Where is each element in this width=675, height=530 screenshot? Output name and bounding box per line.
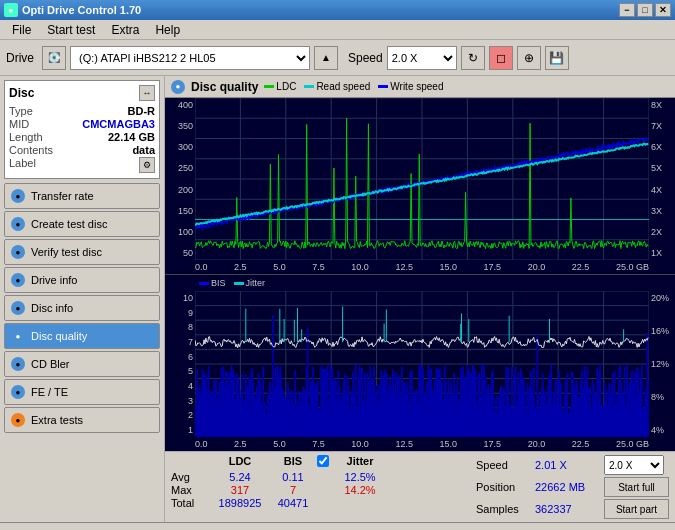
disc-info-icon: ● <box>11 301 25 315</box>
toolbar: Drive 💽 (Q:) ATAPI iHBS212 2 HL05 ▲ Spee… <box>0 40 675 76</box>
menu-start-test[interactable]: Start test <box>39 21 103 39</box>
y-top-r-6x: 6X <box>649 142 675 152</box>
stats-inner: LDC BIS Jitter Avg 5.24 0.11 12.5% <box>171 455 669 519</box>
x-bot-0: 0.0 <box>195 439 208 449</box>
x-top-50: 5.0 <box>273 262 286 272</box>
top-x-axis: 0.0 2.5 5.0 7.5 10.0 12.5 15.0 17.5 20.0… <box>165 260 675 274</box>
legend-write-speed: Write speed <box>378 81 443 92</box>
cd-bler-icon: ● <box>11 357 25 371</box>
y-top-400: 400 <box>178 100 195 110</box>
copy-button[interactable]: ⊕ <box>517 46 541 70</box>
bottom-x-labels: 0.0 2.5 5.0 7.5 10.0 12.5 15.0 17.5 20.0… <box>195 437 649 451</box>
fe-te-button[interactable]: ● FE / TE <box>4 379 160 405</box>
app-title: Opti Drive Control 1.70 <box>22 4 141 16</box>
extra-tests-icon: ● <box>11 413 25 427</box>
menu-file[interactable]: File <box>4 21 39 39</box>
save-button[interactable]: 💾 <box>545 46 569 70</box>
disc-label-row: Label ⚙ <box>9 157 155 173</box>
menu-extra[interactable]: Extra <box>103 21 147 39</box>
close-button[interactable]: ✕ <box>655 3 671 17</box>
bottom-chart-wrapper: 10 9 8 7 6 5 4 3 2 1 <box>165 291 675 437</box>
x-top-100: 10.0 <box>351 262 369 272</box>
jitter-legend-label: Jitter <box>246 278 266 288</box>
position-row: Position 22662 MB Start full <box>476 477 669 497</box>
refresh-button[interactable]: ↻ <box>461 46 485 70</box>
start-full-button[interactable]: Start full <box>604 477 669 497</box>
position-row-label: Position <box>476 481 531 493</box>
cd-bler-button[interactable]: ● CD Bler <box>4 351 160 377</box>
y-bot-r-4: 4% <box>649 425 675 435</box>
y-bot-7: 7 <box>188 337 195 347</box>
verify-test-disc-button[interactable]: ● Verify test disc <box>4 239 160 265</box>
bottom-chart-container: BIS Jitter 10 9 8 7 6 5 <box>165 275 675 451</box>
disc-length-row: Length 22.14 GB <box>9 131 155 143</box>
disc-info-button[interactable]: ● Disc info <box>4 295 160 321</box>
right-stats: Speed 2.01 X 2.0 X Position 22662 MB Sta… <box>476 455 669 519</box>
fe-te-icon: ● <box>11 385 25 399</box>
top-chart-container: 400 350 300 250 200 150 100 50 <box>165 98 675 275</box>
disc-mid-row: MID CMCMAGBA3 <box>9 118 155 130</box>
stats-max-bis: 7 <box>271 484 315 496</box>
create-test-disc-button[interactable]: ● Create test disc <box>4 211 160 237</box>
disc-info-icon[interactable]: ↔ <box>139 85 155 101</box>
y-bot-9: 9 <box>188 308 195 318</box>
bis-legend-item: BIS <box>199 278 226 288</box>
y-top-r-7x: 7X <box>649 121 675 131</box>
disc-contents-value: data <box>132 144 155 156</box>
x-top-75: 7.5 <box>312 262 325 272</box>
disc-length-value: 22.14 GB <box>108 131 155 143</box>
speed-select[interactable]: 2.0 X <box>387 46 457 70</box>
erase-button[interactable]: ◻ <box>489 46 513 70</box>
x-bot-200: 20.0 <box>528 439 546 449</box>
y-bot-r-20: 20% <box>649 293 675 303</box>
y-bot-10: 10 <box>183 293 195 303</box>
bottom-chart-legend: BIS Jitter <box>165 275 675 291</box>
jitter-checkbox[interactable] <box>317 455 329 467</box>
disc-quality-title: Disc quality <box>191 80 258 94</box>
y-top-50: 50 <box>183 248 195 258</box>
legend-read-speed-label: Read speed <box>316 81 370 92</box>
x-axis-spacer-right <box>649 260 675 274</box>
legend-ldc-label: LDC <box>276 81 296 92</box>
top-chart-canvas <box>195 98 649 260</box>
disc-quality-button[interactable]: ● Disc quality <box>4 323 160 349</box>
maximize-button[interactable]: □ <box>637 3 653 17</box>
y-top-300: 300 <box>178 142 195 152</box>
start-part-button[interactable]: Start part <box>604 499 669 519</box>
stats-max-row: Max 317 7 14.2% <box>171 484 385 496</box>
drive-icon-btn[interactable]: 💽 <box>42 46 66 70</box>
disc-contents-label: Contents <box>9 144 53 156</box>
y-bot-1: 1 <box>188 425 195 435</box>
right-panel: ● Disc quality LDC Read speed Write spee… <box>165 76 675 522</box>
disc-quality-label: Disc quality <box>31 330 87 342</box>
status-bar: Status window >> Test completed 100.0% 4… <box>0 522 675 530</box>
transfer-rate-button[interactable]: ● Transfer rate <box>4 183 160 209</box>
cd-bler-label: CD Bler <box>31 358 70 370</box>
create-test-disc-label: Create test disc <box>31 218 107 230</box>
x-top-125: 12.5 <box>395 262 413 272</box>
menu-help[interactable]: Help <box>147 21 188 39</box>
x-top-0: 0.0 <box>195 262 208 272</box>
drive-info-button[interactable]: ● Drive info <box>4 267 160 293</box>
stats-avg-bis: 0.11 <box>271 471 315 483</box>
extra-tests-button[interactable]: ● Extra tests <box>4 407 160 433</box>
stats-check-col <box>317 455 333 469</box>
x-top-175: 17.5 <box>484 262 502 272</box>
position-row-val: 22662 MB <box>535 481 600 493</box>
top-chart-canvas-area <box>195 98 649 260</box>
x-axis-bot-spacer-right <box>649 437 675 451</box>
y-top-200: 200 <box>178 185 195 195</box>
eject-button[interactable]: ▲ <box>314 46 338 70</box>
x-top-150: 15.0 <box>440 262 458 272</box>
y-bot-4: 4 <box>188 381 195 391</box>
stats-total-label: Total <box>171 497 209 509</box>
minimize-button[interactable]: − <box>619 3 635 17</box>
speed-select2[interactable]: 2.0 X <box>604 455 664 475</box>
y-bot-8: 8 <box>188 322 195 332</box>
drive-info-label: Drive info <box>31 274 77 286</box>
label-settings-icon[interactable]: ⚙ <box>139 157 155 173</box>
bottom-y-axis-left: 10 9 8 7 6 5 4 3 2 1 <box>165 291 195 437</box>
speed-row: Speed 2.01 X 2.0 X <box>476 455 669 475</box>
disc-fields: Type BD-R MID CMCMAGBA3 Length 22.14 GB … <box>9 105 155 173</box>
drive-select[interactable]: (Q:) ATAPI iHBS212 2 HL05 <box>70 46 310 70</box>
